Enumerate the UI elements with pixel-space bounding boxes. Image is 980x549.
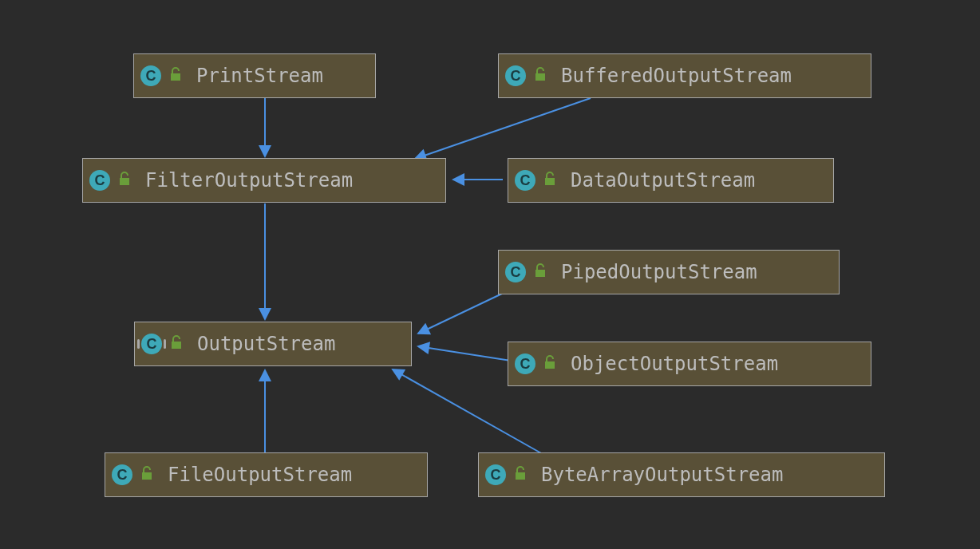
svg-rect-3 [545,178,555,185]
svg-rect-2 [120,178,129,185]
class-label: DataOutputStream [571,169,755,192]
unlock-icon [140,466,153,484]
class-node-pipedoutputstream[interactable]: C PipedOutputStream [498,250,840,294]
class-icon: C [515,353,535,374]
unlock-icon [534,263,547,281]
svg-rect-1 [535,73,545,81]
diagram-canvas: C PrintStream C BufferedOutputStream C F… [0,0,980,549]
unlock-icon [534,67,547,85]
unlock-icon [543,172,556,189]
class-label: FilterOutputStream [145,169,353,192]
svg-rect-5 [172,342,181,349]
svg-rect-7 [142,472,152,480]
edge [418,346,511,361]
abstract-class-icon: C [141,334,162,354]
unlock-icon [169,67,182,85]
class-icon: C [515,170,535,191]
unlock-icon [170,335,183,353]
class-icon: C [505,262,526,282]
class-label: ObjectOutputStream [571,353,778,375]
svg-rect-6 [545,361,555,369]
class-label: BufferedOutputStream [561,65,792,87]
class-label: OutputStream [197,333,335,355]
svg-rect-0 [171,73,180,81]
class-node-dataoutputstream[interactable]: C DataOutputStream [508,158,834,203]
class-icon: C [89,170,110,191]
class-label: PipedOutputStream [561,261,757,283]
svg-rect-8 [516,472,525,480]
class-node-objectoutputstream[interactable]: C ObjectOutputStream [508,342,871,386]
unlock-icon [543,355,556,373]
class-icon: C [112,464,132,485]
class-icon: C [485,464,506,485]
class-icon: C [505,65,526,86]
unlock-icon [514,466,527,484]
svg-rect-4 [535,270,545,277]
class-label: ByteArrayOutputStream [541,464,783,486]
class-label: PrintStream [196,65,323,87]
class-icon: C [140,65,161,86]
class-node-filteroutputstream[interactable]: C FilterOutputStream [82,158,446,203]
class-node-fileoutputstream[interactable]: C FileOutputStream [105,452,428,497]
class-node-bufferedoutputstream[interactable]: C BufferedOutputStream [498,53,871,98]
class-node-printstream[interactable]: C PrintStream [133,53,376,98]
edge [415,98,591,159]
unlock-icon [118,172,131,189]
class-node-bytearrayoutputstream[interactable]: C ByteArrayOutputStream [478,452,885,497]
class-label: FileOutputStream [168,464,352,486]
class-node-outputstream[interactable]: C OutputStream [134,322,412,366]
